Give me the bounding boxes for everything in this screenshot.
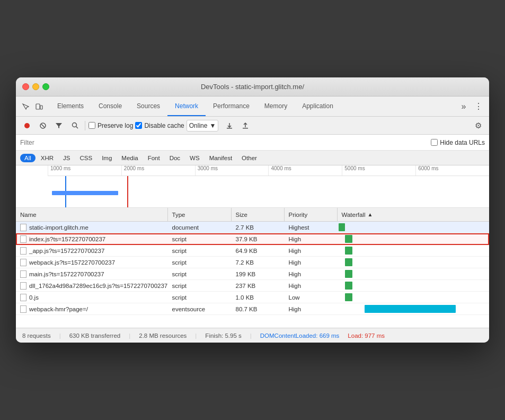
header-size[interactable]: Size <box>232 208 285 221</box>
hide-data-urls-checkbox[interactable] <box>431 139 438 146</box>
cell-priority: High <box>285 245 338 256</box>
type-btn-img[interactable]: Img <box>98 154 116 162</box>
waterfall-bar <box>345 235 352 243</box>
cell-waterfall <box>338 292 490 303</box>
cell-type: document <box>168 222 232 233</box>
tab-console[interactable]: Console <box>91 97 129 116</box>
file-icon <box>20 270 26 278</box>
clear-button[interactable] <box>36 119 50 133</box>
cell-type: script <box>168 257 232 268</box>
cell-size: 37.9 KB <box>232 233 285 244</box>
domcontentloaded-time: DOMContentLoaded: 669 ms <box>260 332 340 339</box>
type-btn-xhr[interactable]: XHR <box>37 154 58 162</box>
file-icon <box>20 224 26 231</box>
more-tabs-button[interactable]: » <box>457 100 470 113</box>
tab-network[interactable]: Network <box>167 97 206 116</box>
toolbar: Preserve log Disable cache Online ▼ <box>16 117 489 135</box>
traffic-lights <box>22 83 49 90</box>
transferred-size: 630 KB transferred <box>69 332 121 339</box>
cell-priority: Highest <box>285 222 338 233</box>
header-name[interactable]: Name <box>16 208 168 221</box>
status-bar: 8 requests | 630 KB transferred | 2.8 MB… <box>16 328 489 343</box>
type-btn-doc[interactable]: Doc <box>165 154 184 162</box>
cell-size: 80.7 KB <box>232 303 285 314</box>
tab-sources[interactable]: Sources <box>129 97 167 116</box>
tab-performance[interactable]: Performance <box>206 97 257 116</box>
close-button[interactable] <box>22 83 29 90</box>
waterfall-bar <box>345 270 352 278</box>
cell-name: 0.js <box>16 292 168 303</box>
settings-button[interactable]: ⚙ <box>471 119 485 133</box>
cell-type: script <box>168 245 232 256</box>
table-row[interactable]: webpack-hmr?page=/ eventsource 80.7 KB H… <box>16 303 489 315</box>
header-type[interactable]: Type <box>168 208 232 221</box>
search-icon[interactable] <box>68 119 82 133</box>
cell-size: 1.0 KB <box>232 292 285 303</box>
cursor-icon[interactable] <box>20 101 31 112</box>
separator <box>85 121 85 130</box>
cell-priority: High <box>285 303 338 314</box>
cell-priority: Low <box>285 292 338 303</box>
file-icon <box>20 247 26 255</box>
cell-type: script <box>168 268 232 279</box>
filter-input[interactable] <box>20 139 426 146</box>
type-btn-font[interactable]: Font <box>144 154 164 162</box>
disable-cache-checkbox[interactable] <box>135 122 142 129</box>
waterfall-bar <box>345 282 352 290</box>
cell-waterfall <box>338 280 490 291</box>
tab-elements[interactable]: Elements <box>50 97 91 116</box>
cell-priority: High <box>285 257 338 268</box>
timeline-bars <box>48 176 489 207</box>
file-icon <box>20 294 26 301</box>
timeline-main-bar <box>52 191 118 195</box>
cell-type: script <box>168 280 232 291</box>
filter-icon[interactable] <box>52 119 66 133</box>
cell-name: index.js?ts=1572270700237 <box>16 233 168 244</box>
throttle-arrow: ▼ <box>209 122 216 129</box>
table-row[interactable]: index.js?ts=1572270700237 script 37.9 KB… <box>16 233 489 245</box>
import-button[interactable] <box>223 119 236 133</box>
hide-data-urls-label: Hide data URLs <box>440 139 485 146</box>
type-btn-js[interactable]: JS <box>59 154 74 162</box>
nav-tabs: Elements Console Sources Network Perform… <box>50 97 341 116</box>
tab-application[interactable]: Application <box>295 97 341 116</box>
cell-waterfall <box>338 268 490 279</box>
kebab-menu-button[interactable]: ⋮ <box>472 100 485 113</box>
waterfall-bar <box>345 258 352 266</box>
table-row[interactable]: dll_1762a4d98a7289ec16c9.js?ts=157227070… <box>16 280 489 292</box>
type-btn-ws[interactable]: WS <box>185 154 204 162</box>
cell-name: main.js?ts=1572270700237 <box>16 268 168 279</box>
table-row[interactable]: _app.js?ts=1572270700237 script 64.9 KB … <box>16 245 489 257</box>
header-waterfall[interactable]: Waterfall ▲ <box>338 208 490 221</box>
table-row[interactable]: static-import.glitch.me document 2.7 KB … <box>16 222 489 233</box>
tab-memory[interactable]: Memory <box>257 97 295 116</box>
cell-size: 237 KB <box>232 280 285 291</box>
svg-point-5 <box>72 123 76 127</box>
preserve-log-group: Preserve log <box>88 122 133 129</box>
export-button[interactable] <box>238 119 252 133</box>
ruler-tick-3: 3000 ms <box>195 165 269 176</box>
type-btn-other[interactable]: Other <box>237 154 261 162</box>
throttle-dropdown[interactable]: Online ▼ <box>187 120 219 132</box>
cell-priority: High <box>285 233 338 244</box>
type-btn-manifest[interactable]: Manifest <box>205 154 236 162</box>
type-btn-all[interactable]: All <box>20 154 36 162</box>
header-priority[interactable]: Priority <box>285 208 338 221</box>
svg-rect-0 <box>36 104 40 109</box>
type-btn-css[interactable]: CSS <box>75 154 96 162</box>
record-button[interactable] <box>20 119 34 133</box>
ruler-tick-2: 2000 ms <box>121 165 195 176</box>
maximize-button[interactable] <box>42 83 49 90</box>
preserve-log-checkbox[interactable] <box>88 122 95 129</box>
file-icon <box>20 282 26 290</box>
cell-waterfall <box>338 257 490 268</box>
device-icon[interactable] <box>34 101 45 112</box>
type-btn-media[interactable]: Media <box>117 154 142 162</box>
minimize-button[interactable] <box>32 83 39 90</box>
cell-waterfall <box>338 303 490 314</box>
table-header: Name Type Size Priority Waterfall ▲ <box>16 208 489 222</box>
table-row[interactable]: webpack.js?ts=1572270700237 script 7.2 K… <box>16 257 489 268</box>
table-row[interactable]: main.js?ts=1572270700237 script 199 KB H… <box>16 268 489 280</box>
cell-name: dll_1762a4d98a7289ec16c9.js?ts=157227070… <box>16 280 168 291</box>
table-row[interactable]: 0.js script 1.0 KB Low <box>16 292 489 303</box>
